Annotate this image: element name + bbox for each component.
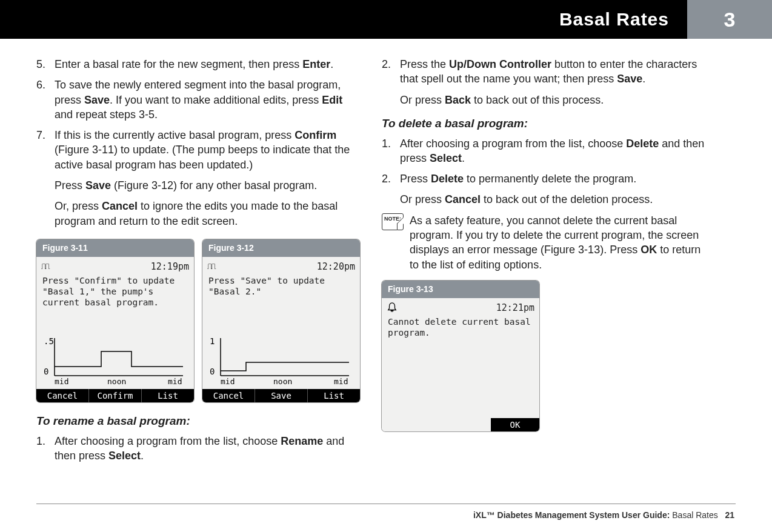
step-6: 6. To save the newly entered segment int… <box>36 78 364 122</box>
screen-time: 12:21pm <box>496 302 534 314</box>
figure-caption: Figure 3-13 <box>382 281 539 298</box>
delete-step-1: 1. After choosing a program from the lis… <box>382 136 709 166</box>
svg-text:0: 0 <box>44 367 48 376</box>
step-number: 2. <box>382 57 400 87</box>
left-column: 5. Enter a basal rate for the new segmen… <box>36 57 364 469</box>
step-7-cont-a: Press Save (Figure 3-12) for any other b… <box>55 178 364 193</box>
rename-step-2: 2. Press the Up/Down Controller button t… <box>382 57 709 87</box>
note-icon: NOTE: <box>382 213 404 230</box>
screen-message: Press "Confirm" to update "Basal 1," the… <box>36 274 194 309</box>
svg-text:1: 1 <box>210 336 215 346</box>
softkey-confirm: Confirm <box>89 389 142 402</box>
step-5: 5. Enter a basal rate for the new segmen… <box>36 57 364 71</box>
step-number: 1. <box>36 434 55 464</box>
figure-caption: Figure 3-11 <box>36 239 194 257</box>
right-column: 2. Press the Up/Down Controller button t… <box>382 57 709 469</box>
svg-text:0: 0 <box>210 367 215 376</box>
step-7-cont-b: Or, press Cancel to ignore the edits you… <box>55 199 364 228</box>
step-text: Press the Up/Down Controller button to e… <box>400 57 709 87</box>
rename-step-1: 1. After choosing a program from the lis… <box>36 434 364 464</box>
figures-row: Figure 3-11 ⎍⎍ 12:19pm Press "Confirm" t… <box>36 239 364 402</box>
step-text: To save the newly entered segment into t… <box>55 78 364 122</box>
screen-message: Press "Save" to update "Basal 2." <box>202 274 360 298</box>
section-title: Basal Rates <box>559 9 669 30</box>
basal-graph: 1 0 mid noon mid <box>210 333 353 387</box>
figure-3-13: Figure 3-13 12:21pm Cannot delete curren… <box>382 281 539 431</box>
basal-icon: ⎍⎍ <box>41 261 48 273</box>
step-text: After choosing a program from the list, … <box>55 434 364 464</box>
softkey-save: Save <box>255 389 308 402</box>
step-text: If this is the currently active basal pr… <box>55 128 364 172</box>
footer-rule <box>36 504 736 504</box>
screen-time: 12:19pm <box>151 261 189 273</box>
device-screen: ⎍⎍ 12:20pm Press "Save" to update "Basal… <box>202 257 360 402</box>
softkey-cancel: Cancel <box>202 389 255 402</box>
step-text: Press Delete to permanently delete the p… <box>400 171 709 186</box>
page-body: 5. Enter a basal rate for the new segmen… <box>0 39 772 475</box>
softkey-cancel: Cancel <box>36 389 89 402</box>
delete-step-2-cont: Or press Cancel to back out of the delet… <box>400 192 709 207</box>
footer-text: iXL™ Diabetes Management System User Gui… <box>473 510 734 520</box>
screen-message: Cannot delete current basal program. <box>382 315 539 339</box>
step-number: 2. <box>382 171 400 186</box>
svg-text:noon: noon <box>107 377 126 386</box>
bell-icon <box>387 302 398 314</box>
svg-text:mid: mid <box>221 377 235 386</box>
device-screen: ⎍⎍ 12:19pm Press "Confirm" to update "Ba… <box>36 257 194 402</box>
svg-text:mid: mid <box>168 377 182 386</box>
step-7: 7. If this is the currently active basal… <box>36 128 364 172</box>
screen-softkeys: OK <box>382 418 539 431</box>
screen-softkeys: Cancel Save List <box>202 389 360 402</box>
note-text: As a safety feature, you cannot delete t… <box>410 213 709 272</box>
step-number: 7. <box>36 128 55 172</box>
figure-3-12: Figure 3-12 ⎍⎍ 12:20pm Press "Save" to u… <box>202 239 360 402</box>
delete-step-2: 2. Press Delete to permanently delete th… <box>382 171 709 186</box>
screen-time: 12:20pm <box>317 261 355 273</box>
basal-icon: ⎍⎍ <box>207 261 215 273</box>
softkey-ok: OK <box>491 418 539 431</box>
step-number: 5. <box>36 57 55 71</box>
device-screen: 12:21pm Cannot delete current basal prog… <box>382 298 539 431</box>
step-text: After choosing a program from the list, … <box>400 136 709 166</box>
screen-softkeys: Cancel Confirm List <box>36 389 194 402</box>
softkey-list: List <box>308 389 360 402</box>
figure-3-11: Figure 3-11 ⎍⎍ 12:19pm Press "Confirm" t… <box>36 239 194 402</box>
basal-graph: .5 0 mid noon mid <box>44 333 187 387</box>
svg-text:noon: noon <box>273 377 292 386</box>
page-header: Basal Rates 3 <box>0 0 772 39</box>
step-number: 6. <box>36 78 55 122</box>
step-number: 1. <box>382 136 400 166</box>
svg-text:mid: mid <box>334 377 348 386</box>
note-block: NOTE: As a safety feature, you cannot de… <box>382 213 709 272</box>
chapter-number: 3 <box>687 0 772 39</box>
figure-caption: Figure 3-12 <box>202 239 360 257</box>
step-text: Enter a basal rate for the new segment, … <box>55 57 364 71</box>
svg-text:.5: .5 <box>44 336 54 346</box>
rename-heading: To rename a basal program: <box>36 413 364 429</box>
figure-row-right: Figure 3-13 12:21pm Cannot delete curren… <box>382 281 709 431</box>
rename-step-2-cont: Or press Back to back out of this proces… <box>400 93 709 107</box>
svg-text:mid: mid <box>55 377 68 386</box>
delete-heading: To delete a basal program: <box>382 116 709 131</box>
softkey-list: List <box>142 389 194 402</box>
